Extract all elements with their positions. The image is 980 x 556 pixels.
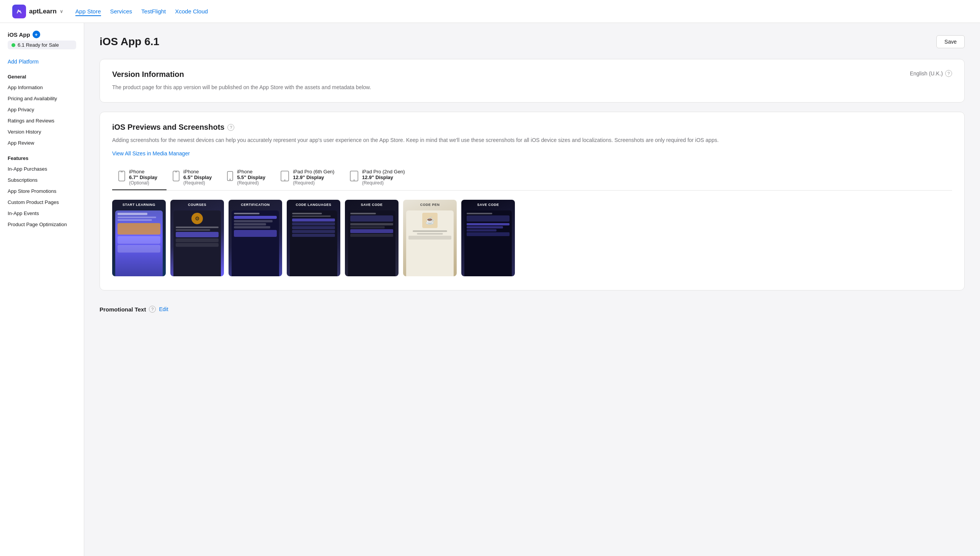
- sidebar-item-version-history[interactable]: Version History: [0, 126, 84, 137]
- version-status-dot: [11, 43, 15, 47]
- screenshot-2[interactable]: COURSES ⚙: [170, 200, 224, 276]
- ss-label-7: SAVE CODE: [461, 203, 515, 207]
- sidebar-item-in-app-purchases[interactable]: In-App Purchases: [0, 163, 84, 174]
- sidebar-add-platform[interactable]: Add Platform: [0, 55, 84, 71]
- ss-label-3: CERTIFICATION: [229, 203, 282, 207]
- sidebar-item-app-store-promotions[interactable]: App Store Promotions: [0, 186, 84, 197]
- page-header: iOS App 6.1 Save: [100, 35, 965, 48]
- sidebar-add-badge[interactable]: +: [33, 31, 40, 38]
- screenshots-heading: iOS Previews and Screenshots: [112, 123, 224, 132]
- device-icon-iphone-67: [118, 171, 125, 184]
- nav-app-store[interactable]: App Store: [75, 7, 101, 16]
- version-info-heading: Version Information: [112, 70, 184, 79]
- sidebar-version[interactable]: 6.1 Ready for Sale: [8, 41, 76, 49]
- device-req-ipad-2nd: (Required): [362, 180, 405, 186]
- device-icon-iphone-55: [227, 171, 233, 183]
- sidebar: iOS App + 6.1 Ready for Sale Add Platfor…: [0, 23, 84, 556]
- sidebar-item-in-app-events[interactable]: In-App Events: [0, 208, 84, 219]
- device-req-55: (Required): [237, 180, 265, 186]
- device-info-55: iPhone 5.5" Display (Required): [237, 169, 265, 186]
- device-tabs: iPhone 6.7" Display (Optional) iPhon: [112, 164, 952, 191]
- svg-rect-4: [227, 171, 233, 181]
- ss-label-5: SAVE CODE: [345, 203, 399, 207]
- sidebar-app-name: iOS App: [8, 31, 30, 38]
- device-icon-iphone-65: [173, 171, 180, 184]
- screenshot-4[interactable]: CODE LANGUAGES: [287, 200, 340, 276]
- main-content: iOS App 6.1 Save Version Information Eng…: [84, 23, 980, 556]
- ss-label-6: CODE PEN: [403, 203, 457, 207]
- top-navigation: aptLearn ∨ App Store Services TestFlight…: [0, 0, 980, 23]
- app-name: aptLearn: [29, 8, 57, 15]
- view-all-sizes-link[interactable]: View All Sizes in Media Manager: [112, 150, 190, 157]
- svg-rect-2: [173, 171, 179, 181]
- promotional-text-section: Promotional Text ? Edit: [100, 300, 965, 319]
- logo-icon: [12, 5, 26, 18]
- sidebar-version-text: 6.1 Ready for Sale: [18, 42, 59, 48]
- device-tab-ipad-6th[interactable]: iPad Pro (6th Gen) 12.9" Display (Requir…: [274, 164, 343, 190]
- screenshot-3[interactable]: CERTIFICATION: [229, 200, 282, 276]
- promo-help-icon[interactable]: ?: [149, 306, 156, 313]
- screenshots-help-icon[interactable]: ?: [227, 124, 234, 131]
- app-logo[interactable]: aptLearn ∨: [12, 5, 63, 18]
- svg-point-9: [353, 179, 354, 180]
- device-req-67: (Optional): [129, 180, 157, 186]
- language-text: English (U.K.): [910, 70, 943, 77]
- ss-label-4: CODE LANGUAGES: [287, 203, 340, 207]
- nav-services[interactable]: Services: [110, 7, 132, 16]
- sidebar-features-title: Features: [0, 152, 84, 163]
- version-info-description: The product page for this app version wi…: [112, 83, 952, 91]
- promo-edit-link[interactable]: Edit: [159, 306, 168, 312]
- svg-point-7: [284, 179, 285, 180]
- sidebar-item-custom-product-pages[interactable]: Custom Product Pages: [0, 197, 84, 208]
- sidebar-app-title: iOS App +: [8, 31, 76, 38]
- svg-rect-3: [175, 172, 177, 173]
- promo-label: Promotional Text: [100, 306, 146, 313]
- svg-rect-0: [119, 171, 125, 181]
- svg-point-5: [230, 179, 231, 180]
- help-icon[interactable]: ?: [945, 70, 952, 77]
- screenshot-5[interactable]: SAVE CODE: [345, 200, 399, 276]
- sidebar-item-subscriptions[interactable]: Subscriptions: [0, 174, 84, 186]
- sidebar-item-app-information[interactable]: App Information: [0, 82, 84, 93]
- save-button[interactable]: Save: [936, 35, 965, 48]
- device-name-65: iPhone: [183, 169, 212, 174]
- sidebar-item-product-page-optimization[interactable]: Product Page Optimization: [0, 219, 84, 230]
- device-info-65: iPhone 6.5" Display (Required): [183, 169, 212, 186]
- sidebar-item-pricing[interactable]: Pricing and Availability: [0, 93, 84, 104]
- language-selector[interactable]: English (U.K.) ?: [910, 70, 952, 77]
- device-info-ipad-6th: iPad Pro (6th Gen) 12.9" Display (Requir…: [293, 169, 334, 186]
- version-info-card: Version Information English (U.K.) ? The…: [100, 59, 965, 103]
- screenshots-header: iOS Previews and Screenshots ?: [112, 123, 952, 132]
- nav-xcode-cloud[interactable]: Xcode Cloud: [175, 7, 208, 16]
- device-tab-iphone-55[interactable]: iPhone 5.5" Display (Required): [221, 164, 274, 190]
- device-tab-iphone-67[interactable]: iPhone 6.7" Display (Optional): [112, 164, 167, 190]
- device-size-ipad-6th: 12.9" Display: [293, 174, 334, 180]
- device-info-ipad-2nd: iPad Pro (2nd Gen) 12.9" Display (Requir…: [362, 169, 405, 186]
- device-size-ipad-2nd: 12.9" Display: [362, 174, 405, 180]
- device-name-55: iPhone: [237, 169, 265, 174]
- screenshot-7[interactable]: SAVE CODE: [461, 200, 515, 276]
- screenshot-1[interactable]: START LEARNING: [112, 200, 166, 276]
- device-req-ipad-6th: (Required): [293, 180, 334, 186]
- screenshots-description: Adding screenshots for the newest device…: [112, 136, 952, 144]
- app-layout: iOS App + 6.1 Ready for Sale Add Platfor…: [0, 23, 980, 556]
- version-info-header: Version Information English (U.K.) ?: [112, 70, 952, 79]
- device-size-65: 6.5" Display: [183, 174, 212, 180]
- nav-links: App Store Services TestFlight Xcode Clou…: [75, 7, 208, 16]
- nav-testflight[interactable]: TestFlight: [141, 7, 166, 16]
- app-chevron[interactable]: ∨: [60, 9, 63, 14]
- device-icon-ipad-6th: [281, 171, 289, 184]
- screenshot-6[interactable]: CODE PEN ☕: [403, 200, 457, 276]
- page-title: iOS App 6.1: [100, 36, 159, 48]
- svg-rect-1: [121, 172, 123, 173]
- device-name-ipad-2nd: iPad Pro (2nd Gen): [362, 169, 405, 174]
- device-tab-iphone-65[interactable]: iPhone 6.5" Display (Required): [167, 164, 221, 190]
- sidebar-item-ratings[interactable]: Ratings and Reviews: [0, 115, 84, 126]
- sidebar-general-title: General: [0, 71, 84, 82]
- sidebar-item-app-privacy[interactable]: App Privacy: [0, 104, 84, 115]
- device-name-67: iPhone: [129, 169, 157, 174]
- device-icon-ipad-2nd: [350, 171, 358, 184]
- device-tab-ipad-2nd[interactable]: iPad Pro (2nd Gen) 12.9" Display (Requir…: [344, 164, 414, 190]
- sidebar-item-app-review[interactable]: App Review: [0, 137, 84, 148]
- ss-label-2: COURSES: [170, 203, 224, 207]
